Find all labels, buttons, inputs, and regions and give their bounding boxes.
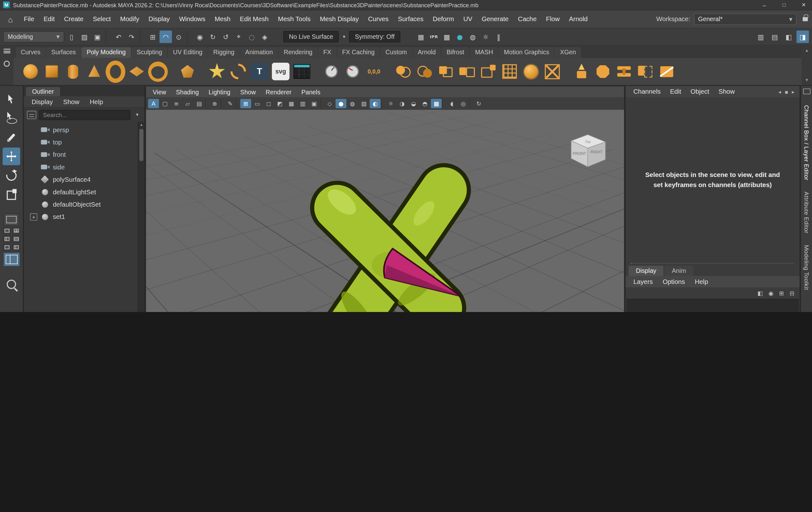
soft-select-toggle[interactable]: ◌: [245, 31, 258, 43]
fill-hole-button[interactable]: [500, 61, 519, 81]
menu-item[interactable]: Windows: [174, 14, 210, 24]
shelf-tab[interactable]: Bifrost: [441, 47, 469, 58]
live-surface-field[interactable]: No Live Surface: [283, 31, 339, 42]
viewport-menu-item[interactable]: Show: [236, 87, 261, 97]
channel-slider-speed-fast-icon[interactable]: ▸: [792, 89, 794, 95]
svg-tool-button[interactable]: svg: [272, 63, 290, 81]
shelf-tab[interactable]: Surfaces: [46, 47, 81, 58]
node-editor-button[interactable]: ◍: [467, 31, 479, 43]
grease-pencil-button[interactable]: ✎: [225, 99, 235, 109]
wireframe-on-shaded-toggle[interactable]: ◍: [347, 99, 358, 109]
undo-button[interactable]: ↶: [112, 31, 125, 43]
motion-blur-toggle[interactable]: ◓: [419, 99, 430, 109]
minimize-button[interactable]: [756, 0, 773, 10]
poly-torus-button[interactable]: [106, 61, 125, 81]
center-pivot-button[interactable]: [343, 61, 362, 81]
extract-button[interactable]: [478, 61, 498, 81]
shadows-toggle[interactable]: ◑: [397, 99, 407, 109]
lights-toggle[interactable]: ☼: [385, 99, 396, 109]
safe-title-toggle[interactable]: ▣: [309, 99, 319, 109]
shelf-gear-icon[interactable]: [3, 61, 10, 67]
shelf-tab[interactable]: Custom: [380, 47, 412, 58]
search-input[interactable]: [39, 110, 130, 120]
viewport-menu-item[interactable]: Shading: [171, 87, 203, 97]
menu-set-selector[interactable]: Modeling ▼: [3, 31, 64, 42]
shelf-scroll-down-icon[interactable]: ▼: [805, 78, 809, 82]
retopologize-button[interactable]: [542, 61, 562, 81]
viewport-menu-item[interactable]: Panels: [297, 87, 325, 97]
shelf-tab[interactable]: FX Caching: [337, 47, 380, 58]
menu-item[interactable]: Select: [88, 14, 115, 24]
input-options-chevron[interactable]: ▼: [340, 34, 348, 39]
sidebar-tab[interactable]: Modeling Toolkit: [804, 239, 810, 296]
isolate-select-toggle[interactable]: ◎: [458, 99, 468, 109]
display-layers-list[interactable]: [627, 299, 799, 312]
menu-item[interactable]: Curves: [364, 14, 394, 24]
viewport-menu-item[interactable]: Renderer: [261, 87, 296, 97]
outliner-item[interactable]: set1: [24, 211, 138, 223]
new-layer-from-selected-button[interactable]: ⊟: [790, 290, 794, 296]
film-gate-toggle[interactable]: ▭: [252, 99, 262, 109]
render-current-frame-button[interactable]: ▦: [415, 31, 427, 43]
menu-item[interactable]: Cache: [513, 14, 541, 24]
shelf-menu-icon[interactable]: [3, 49, 10, 53]
chevron-down-icon[interactable]: ▼: [133, 112, 141, 117]
separate-button[interactable]: [457, 61, 477, 81]
light-editor-button[interactable]: ☼: [480, 31, 492, 43]
quick-layout-hsplit-button[interactable]: [12, 236, 20, 242]
shelf-tab[interactable]: Animation: [240, 47, 278, 58]
snap-align-button[interactable]: [321, 61, 341, 81]
grid-toggle[interactable]: ⊞: [240, 99, 251, 109]
shelf-tab[interactable]: Sculpting: [132, 47, 168, 58]
shelf-tab[interactable]: Curves: [16, 47, 46, 58]
symmetry-field[interactable]: Symmetry: Off: [349, 31, 400, 42]
sync-layers-icon[interactable]: ◧: [757, 290, 763, 296]
menu-item[interactable]: Create: [59, 14, 88, 24]
channel-box-menu-item[interactable]: Object: [686, 87, 714, 96]
outliner-menu-item[interactable]: Display: [27, 97, 57, 107]
select-tool-button[interactable]: [2, 90, 20, 108]
platonic-solid-button[interactable]: [178, 61, 197, 81]
quick-layout-button[interactable]: [3, 227, 11, 234]
new-empty-layer-button[interactable]: ⊞: [779, 290, 784, 296]
outliner-item[interactable]: persp: [24, 124, 138, 136]
bridge-button[interactable]: [614, 61, 634, 81]
outliner-item[interactable]: side: [24, 161, 138, 173]
redo-button[interactable]: ↷: [125, 31, 138, 43]
poly-cone-button[interactable]: [85, 61, 104, 81]
super-shape-button[interactable]: [207, 61, 227, 81]
channel-slider-speed-slow-icon[interactable]: ◂: [779, 89, 781, 95]
rotate-tool-button[interactable]: [2, 167, 20, 184]
quick-layout-button[interactable]: [3, 244, 11, 251]
quick-select-button[interactable]: ⌖: [232, 31, 245, 43]
layer-editor-tab[interactable]: Display: [629, 266, 664, 276]
menu-item[interactable]: Generate: [477, 14, 513, 24]
quick-layout-single-button[interactable]: [3, 213, 19, 226]
boolean-union-button[interactable]: [394, 61, 413, 81]
channel-box-menu-item[interactable]: Edit: [665, 87, 686, 96]
layer-visibility-icon[interactable]: ◉: [768, 290, 774, 296]
scrollbar-thumb[interactable]: [139, 129, 144, 161]
multi-cut-button[interactable]: [657, 61, 676, 81]
outliner-item[interactable]: polySurface4: [24, 173, 138, 186]
outliner-item[interactable]: front: [24, 149, 138, 161]
safe-action-toggle[interactable]: ▥: [297, 99, 308, 109]
gate-mask-toggle[interactable]: ◩: [274, 99, 285, 109]
channel-box-menu-item[interactable]: Show: [714, 87, 740, 96]
render-settings-button[interactable]: ▩: [441, 31, 453, 43]
make-live-toggle[interactable]: ◉: [194, 31, 206, 43]
quick-layout-four-view-button[interactable]: [12, 227, 20, 234]
shelf-tab[interactable]: UV Editing: [168, 47, 208, 58]
anti-aliasing-toggle[interactable]: ▩: [431, 99, 442, 109]
shelf-tab[interactable]: Motion Graphics: [499, 47, 554, 58]
default-material-toggle[interactable]: ◐: [370, 99, 380, 109]
smooth-shade-button[interactable]: ●: [336, 99, 346, 109]
pause-viewport-button[interactable]: ‖: [492, 31, 505, 43]
field-chart-toggle[interactable]: ▦: [286, 99, 296, 109]
menu-item[interactable]: File: [19, 14, 39, 24]
evaluation-mode-toggle[interactable]: ↺: [220, 31, 232, 43]
poly-cube-button[interactable]: [42, 61, 61, 81]
menu-item[interactable]: Mesh Tools: [273, 14, 315, 24]
sidebar-tab[interactable]: Channel Box / Layer Editor: [804, 99, 810, 186]
type-tool-button[interactable]: T: [251, 63, 268, 81]
